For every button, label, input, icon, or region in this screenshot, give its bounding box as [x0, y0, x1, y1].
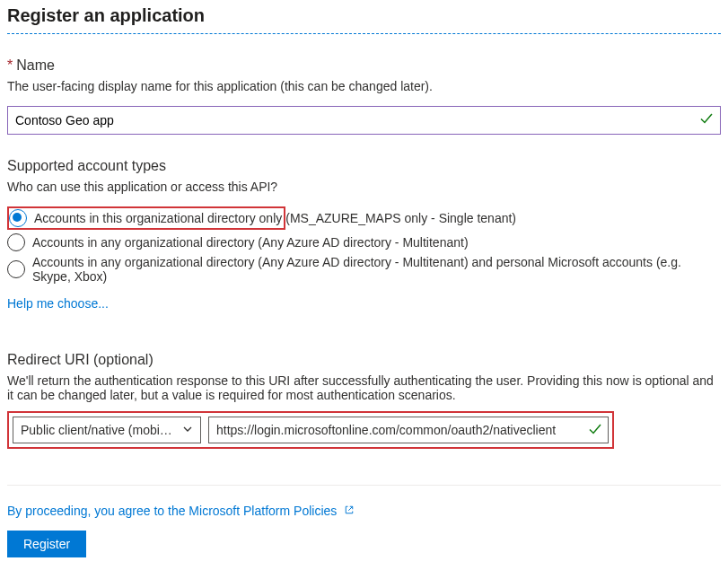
radio-icon — [7, 260, 25, 278]
radio-label-main: Accounts in this organizational director… — [34, 211, 282, 225]
redirect-title: Redirect URI (optional) — [7, 352, 721, 368]
highlight-box-option-0: Accounts in this organizational director… — [7, 206, 285, 230]
radio-icon — [9, 209, 27, 227]
radio-label-main: Accounts in any organizational directory… — [32, 235, 469, 250]
chevron-down-icon — [182, 423, 193, 437]
redirect-uri-input[interactable]: https://login.microsoftonline.com/common… — [208, 417, 609, 443]
title-separator — [7, 33, 721, 34]
redirect-uri-value: https://login.microsoftonline.com/common… — [216, 423, 556, 437]
radio-label-main: Accounts in any organizational directory… — [32, 255, 721, 284]
account-type-option-1[interactable]: Accounts in any organizational directory… — [7, 233, 721, 251]
account-types-help: Who can use this application or access t… — [7, 180, 721, 194]
platform-dropdown[interactable]: Public client/native (mobile ... — [13, 417, 201, 443]
footer-separator — [7, 485, 721, 486]
external-link-icon — [344, 505, 355, 518]
page-title: Register an application — [7, 5, 721, 26]
platform-dropdown-value: Public client/native (mobile ... — [21, 423, 173, 437]
name-help-text: The user-facing display name for this ap… — [7, 79, 721, 93]
account-type-option-0[interactable]: Accounts in this organizational director… — [7, 206, 721, 230]
required-star-icon: * — [7, 57, 13, 73]
help-me-choose-link[interactable]: Help me choose... — [7, 296, 109, 311]
redirect-help: We'll return the authentication response… — [7, 373, 721, 402]
app-name-input[interactable] — [7, 106, 721, 135]
account-type-option-2[interactable]: Accounts in any organizational directory… — [7, 255, 721, 284]
platform-policies-link[interactable]: By proceeding, you agree to the Microsof… — [7, 504, 355, 518]
redirect-highlight-box: Public client/native (mobile ... https:/… — [7, 411, 614, 449]
name-label-text: Name — [16, 57, 55, 73]
account-types-title: Supported account types — [7, 158, 721, 174]
policy-link-text: By proceeding, you agree to the Microsof… — [7, 504, 337, 518]
name-label: *Name — [7, 57, 721, 74]
register-button[interactable]: Register — [7, 531, 86, 557]
radio-label-suffix: (MS_AZURE_MAPS only - Single tenant) — [285, 211, 516, 225]
checkmark-icon — [699, 111, 714, 128]
radio-icon — [7, 233, 25, 251]
checkmark-icon — [588, 422, 602, 439]
